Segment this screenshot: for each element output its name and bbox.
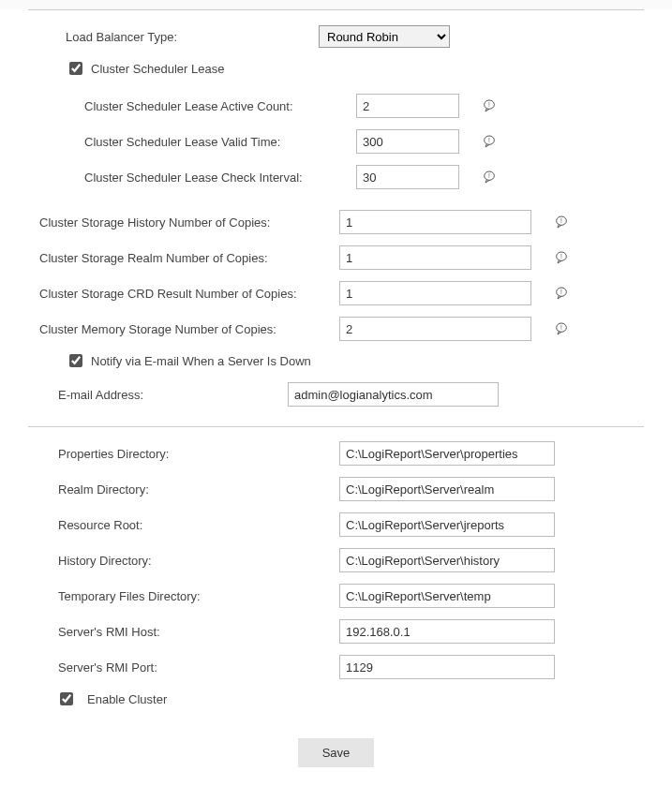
help-icon[interactable]: ! — [554, 321, 569, 336]
history-dir-input[interactable] — [339, 548, 555, 572]
row-enable-cluster: Enable Cluster — [56, 690, 644, 708]
lease-valid-time-label: Cluster Scheduler Lease Valid Time: — [84, 135, 356, 149]
row-email-address: E-mail Address: — [28, 379, 644, 409]
history-dir-label: History Directory: — [58, 554, 339, 568]
svg-text:!: ! — [560, 217, 562, 224]
row-notify-email: Notify via E-mail When a Server Is Down — [66, 351, 644, 370]
realm-dir-input[interactable] — [339, 477, 555, 501]
resource-root-label: Resource Root: — [58, 518, 339, 532]
rmi-port-label: Server's RMI Port: — [58, 660, 339, 675]
properties-dir-label: Properties Directory: — [58, 447, 339, 461]
svg-text:!: ! — [560, 289, 562, 295]
row-memory-storage: Cluster Memory Storage Number of Copies:… — [28, 314, 644, 344]
resource-root-input[interactable] — [339, 512, 555, 537]
row-history-dir: History Directory: — [28, 545, 644, 575]
storage-realm-input[interactable] — [339, 245, 531, 270]
svg-text:!: ! — [488, 101, 490, 108]
row-realm-dir: Realm Directory: — [28, 474, 644, 504]
help-icon[interactable]: ! — [482, 134, 497, 149]
row-resource-root: Resource Root: — [28, 510, 644, 540]
section-divider-top — [28, 9, 644, 10]
storage-history-input[interactable] — [339, 210, 531, 234]
notify-email-checkbox[interactable] — [69, 354, 82, 367]
help-icon[interactable]: ! — [554, 286, 569, 301]
notify-email-label: Notify via E-mail When a Server Is Down — [91, 354, 311, 368]
row-temp-dir: Temporary Files Directory: — [28, 581, 644, 611]
save-button[interactable]: Save — [298, 738, 375, 767]
section-divider-mid — [28, 426, 644, 427]
rmi-host-label: Server's RMI Host: — [58, 625, 339, 639]
lease-active-count-label: Cluster Scheduler Lease Active Count: — [84, 99, 356, 113]
load-balancer-type-select[interactable]: Round Robin — [319, 25, 450, 48]
storage-crd-label: Cluster Storage CRD Result Number of Cop… — [39, 287, 339, 301]
lease-check-interval-input[interactable] — [356, 165, 459, 189]
lease-check-interval-label: Cluster Scheduler Lease Check Interval: — [84, 171, 356, 185]
memory-storage-input[interactable] — [339, 317, 531, 341]
temp-dir-label: Temporary Files Directory: — [58, 589, 339, 603]
row-lease-valid-time: Cluster Scheduler Lease Valid Time: ! — [28, 126, 644, 156]
enable-cluster-checkbox[interactable] — [60, 692, 73, 705]
row-rmi-host: Server's RMI Host: — [28, 616, 644, 646]
enable-cluster-label: Enable Cluster — [87, 692, 167, 706]
temp-dir-input[interactable] — [339, 584, 555, 608]
help-icon[interactable]: ! — [554, 215, 569, 230]
row-storage-crd: Cluster Storage CRD Result Number of Cop… — [28, 278, 644, 308]
properties-dir-input[interactable] — [339, 441, 555, 466]
load-balancer-type-label: Load Balancer Type: — [66, 30, 319, 44]
row-properties-dir: Properties Directory: — [28, 438, 644, 468]
help-icon[interactable]: ! — [482, 170, 497, 185]
row-save: Save — [28, 738, 644, 767]
email-address-input[interactable] — [288, 382, 499, 407]
row-load-balancer-type: Load Balancer Type: Round Robin — [28, 22, 644, 52]
lease-active-count-input[interactable] — [356, 94, 459, 118]
email-address-label: E-mail Address: — [58, 388, 288, 402]
svg-text:!: ! — [488, 172, 490, 179]
lease-valid-time-input[interactable] — [356, 129, 459, 154]
row-rmi-port: Server's RMI Port: — [28, 652, 644, 682]
cluster-scheduler-lease-checkbox[interactable] — [69, 62, 82, 75]
svg-text:!: ! — [488, 137, 490, 143]
rmi-host-input[interactable] — [339, 619, 555, 644]
svg-text:!: ! — [560, 324, 562, 331]
storage-crd-input[interactable] — [339, 281, 531, 305]
storage-realm-label: Cluster Storage Realm Number of Copies: — [39, 251, 339, 265]
row-lease-active-count: Cluster Scheduler Lease Active Count: ! — [28, 91, 644, 121]
row-cluster-scheduler-lease: Cluster Scheduler Lease — [66, 59, 644, 78]
rmi-port-input[interactable] — [339, 655, 555, 679]
row-storage-realm: Cluster Storage Realm Number of Copies: … — [28, 243, 644, 273]
cluster-scheduler-lease-label: Cluster Scheduler Lease — [91, 62, 224, 76]
storage-history-label: Cluster Storage History Number of Copies… — [39, 215, 339, 230]
row-storage-history: Cluster Storage History Number of Copies… — [28, 207, 644, 237]
memory-storage-label: Cluster Memory Storage Number of Copies: — [39, 322, 339, 336]
row-lease-check-interval: Cluster Scheduler Lease Check Interval: … — [28, 162, 644, 192]
help-icon[interactable]: ! — [554, 250, 569, 265]
svg-text:!: ! — [560, 253, 562, 260]
realm-dir-label: Realm Directory: — [58, 482, 339, 497]
help-icon[interactable]: ! — [482, 98, 497, 113]
